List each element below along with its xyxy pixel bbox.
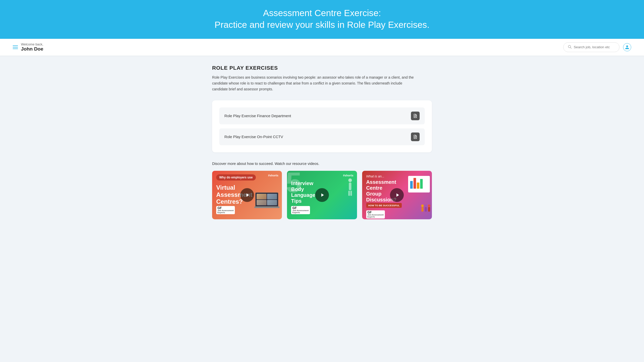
welcome-text: Welcome back, John Doe (21, 42, 43, 52)
files-card: Role Play Exercise Finance Department Ro… (212, 100, 432, 152)
nav-right (563, 42, 631, 52)
file-item-1[interactable]: Role Play Exercise Finance Department (219, 107, 425, 124)
video-card-2[interactable]: 5 InterviewBodyLanguageTips GF Job Asses… (287, 171, 357, 219)
hero-title-line1: Assessment Centre Exercise: (10, 7, 634, 19)
pdf-icon-2 (411, 132, 420, 141)
video-2-play-btn[interactable] (315, 188, 329, 202)
main-content: ROLE PLAY EXERCISES Role Play Exercises … (207, 56, 437, 235)
video-card-1[interactable]: Why do employers use VirtualAssessmentCe… (212, 171, 282, 219)
video-1-play-btn[interactable] (240, 188, 254, 202)
user-name: John Doe (21, 46, 43, 52)
video-2-shorts-tag: #shorts (343, 174, 353, 177)
svg-line-1 (570, 47, 571, 49)
file-item-2[interactable]: Role Play Exercise On-Point CCTV (219, 128, 425, 145)
success-badge: HOW TO BE SUCCESSFUL (366, 203, 402, 208)
video-thumb-3: What is an... AssessmentCentreGroupDiscu… (362, 171, 432, 219)
hamburger-icon[interactable] (13, 45, 18, 49)
welcome-back-label: Welcome back, (21, 42, 43, 46)
search-bar[interactable] (563, 42, 619, 52)
nav-left: Welcome back, John Doe (13, 42, 43, 52)
file-label-1: Role Play Exercise Finance Department (224, 114, 291, 118)
video-thumb-1: Why do employers use VirtualAssessmentCe… (212, 171, 282, 219)
hero-title-line2: Practice and review your skills in Role … (10, 19, 634, 31)
videos-grid: Why do employers use VirtualAssessmentCe… (212, 171, 432, 219)
video-2-sub: GF Job AssessmentExperts (291, 206, 353, 216)
hero-banner: Assessment Centre Exercise: Practice and… (0, 0, 644, 39)
video-thumb-2: 5 InterviewBodyLanguageTips GF Job Asses… (287, 171, 357, 219)
navbar: Welcome back, John Doe (0, 39, 644, 56)
user-avatar-icon[interactable] (623, 43, 631, 51)
video-1-top-label: Why do employers use (216, 174, 256, 180)
pdf-icon-1 (411, 112, 420, 120)
search-icon (568, 45, 572, 50)
videos-intro: Discover more about how to succeed. Watc… (212, 162, 432, 166)
video-3-top-label: What is an... (366, 174, 428, 178)
section-description: Role Play Exercises are business scenari… (212, 75, 417, 92)
search-input[interactable] (574, 45, 615, 49)
file-label-2: Role Play Exercise On-Point CCTV (224, 135, 283, 139)
section-title: ROLE PLAY EXERCISES (212, 65, 432, 71)
video-card-3[interactable]: What is an... AssessmentCentreGroupDiscu… (362, 171, 432, 219)
